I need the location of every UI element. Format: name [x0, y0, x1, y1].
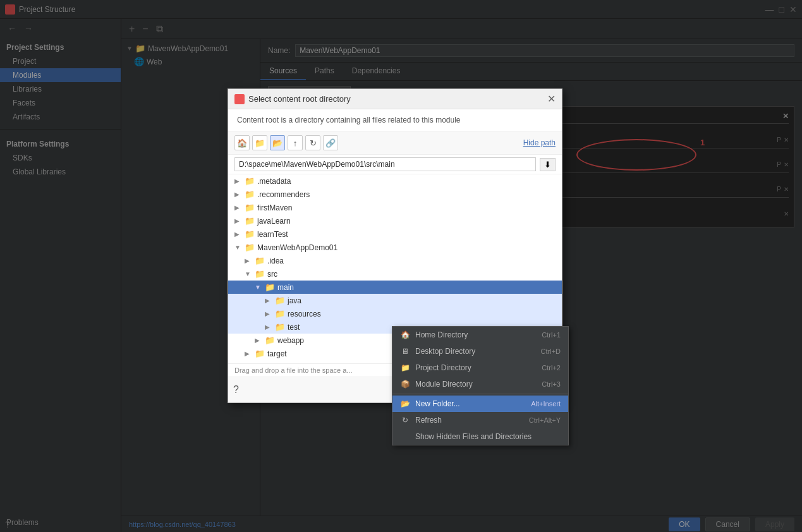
tree-item-javalearn[interactable]: ▶ 📁 javaLearn	[228, 214, 562, 227]
module-dir-icon: 📦	[400, 379, 410, 389]
tree-item-main[interactable]: ▼ 📁 main	[228, 281, 562, 294]
ctx-module-label: Module Directory	[415, 380, 473, 389]
ctx-new-folder-label: New Folder...	[415, 399, 460, 408]
ctx-module-dir[interactable]: 📦 Module Directory Ctrl+3	[392, 376, 568, 392]
ctx-project-dir[interactable]: 📁 Project Directory Ctrl+2	[392, 360, 568, 376]
tree-item-mavendemo[interactable]: ▼ 📁 MavenWebAppDemo01	[228, 241, 562, 254]
create-folder-toolbar-btn[interactable]: 📁	[252, 135, 267, 150]
ctx-new-folder[interactable]: 📂 New Folder... Alt+Insert	[392, 396, 568, 412]
refresh-toolbar-btn[interactable]: ↻	[305, 135, 320, 150]
tree-item-firstmaven[interactable]: ▶ 📁 firstMaven	[228, 201, 562, 214]
up-folder-btn[interactable]: ↑	[288, 135, 303, 150]
hide-path-btn[interactable]: Hide path	[523, 138, 556, 147]
dialog-title: Select content root directory	[234, 94, 351, 104]
dialog-close-btn[interactable]: ✕	[547, 93, 556, 105]
tree-item-idea[interactable]: ▶ 📁 .idea	[228, 254, 562, 267]
tree-item-src[interactable]: ▼ 📁 src	[228, 267, 562, 281]
dialog-path-input[interactable]	[234, 157, 536, 171]
show-hidden-icon	[400, 432, 410, 442]
ctx-refresh-shortcut: Ctrl+Alt+Y	[529, 416, 561, 424]
ctx-show-hidden[interactable]: Show Hidden Files and Directories	[392, 428, 568, 445]
ctx-divider	[392, 394, 568, 394]
ctx-new-folder-shortcut: Alt+Insert	[531, 400, 561, 408]
desktop-dir-icon: 🖥	[400, 346, 410, 356]
dialog-icon	[234, 94, 245, 104]
folder2-toolbar-btn[interactable]: 📂	[270, 135, 285, 150]
context-menu: 🏠 Home Directory Ctrl+1 🖥 Desktop Direct…	[392, 326, 569, 445]
tree-item-recommenders[interactable]: ▶ 📁 .recommenders	[228, 188, 562, 201]
ctx-project-shortcut: Ctrl+2	[542, 364, 561, 372]
dialog-help-icon[interactable]: ?	[233, 384, 239, 396]
tree-item-resources[interactable]: ▶ 📁 resources	[228, 307, 562, 320]
dialog-path-row: ⬇ setTimeout(()=>{ const d = JSON.parse(…	[228, 155, 562, 174]
ctx-project-label: Project Directory	[415, 363, 471, 372]
tree-item-metadata[interactable]: ▶ 📁 .metadata	[228, 174, 562, 188]
dialog-titlebar: Select content root directory ✕	[228, 89, 562, 109]
ctx-refresh-label: Refresh	[415, 416, 442, 425]
tree-item-learntest[interactable]: ▶ 📁 learnTest	[228, 227, 562, 241]
ctx-desktop-label: Desktop Directory	[415, 347, 475, 356]
ctx-desktop-dir[interactable]: 🖥 Desktop Directory Ctrl+D	[392, 343, 568, 360]
new-folder-icon: 📂	[400, 399, 410, 409]
ctx-refresh[interactable]: ↻ Refresh Ctrl+Alt+Y	[392, 412, 568, 428]
ctx-home-label: Home Directory	[415, 330, 468, 339]
home-dir-icon: 🏠	[400, 330, 410, 340]
project-dir-icon: 📁	[400, 363, 410, 373]
ctx-home-shortcut: Ctrl+1	[542, 331, 561, 339]
home-toolbar-btn[interactable]: 🏠	[234, 135, 250, 150]
ctx-show-hidden-label: Show Hidden Files and Directories	[415, 432, 532, 441]
link-toolbar-btn[interactable]: 🔗	[323, 135, 338, 150]
dialog-toolbar: 🏠 📁 📂 ↑ ↻ 🔗 Hide path	[228, 131, 562, 155]
dialog-path-download-btn[interactable]: ⬇	[540, 158, 556, 171]
dialog-overlay: Select content root directory ✕ Content …	[0, 0, 802, 532]
ctx-module-shortcut: Ctrl+3	[542, 380, 561, 388]
ctx-home-dir[interactable]: 🏠 Home Directory Ctrl+1	[392, 327, 568, 343]
dialog-description: Content root is a directory containing a…	[228, 109, 562, 131]
ctx-desktop-shortcut: Ctrl+D	[541, 348, 561, 355]
tree-item-java[interactable]: ▶ 📁 java	[228, 294, 562, 307]
refresh-icon: ↻	[400, 415, 410, 425]
